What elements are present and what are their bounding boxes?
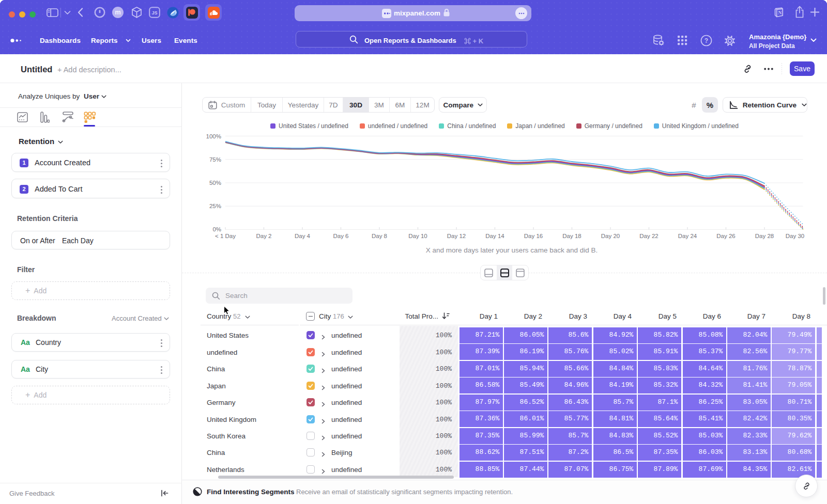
- svg-text:0%: 0%: [212, 226, 221, 232]
- svg-text:JS: JS: [151, 10, 157, 15]
- svg-text:?: ?: [705, 37, 708, 44]
- svg-text:100%: 100%: [206, 133, 221, 139]
- svg-text:Day 8: Day 8: [372, 233, 387, 239]
- svg-text:75%: 75%: [209, 156, 221, 163]
- svg-text:N: N: [778, 10, 782, 15]
- svg-text:< 1 Day: < 1 Day: [215, 233, 236, 239]
- svg-text:Day 30: Day 30: [786, 233, 804, 239]
- svg-text:Day 2: Day 2: [256, 233, 271, 239]
- svg-text:Day 22: Day 22: [639, 233, 658, 239]
- svg-text:50%: 50%: [209, 180, 221, 186]
- svg-text:Day 4: Day 4: [295, 233, 311, 239]
- svg-text:25%: 25%: [209, 203, 221, 209]
- svg-text:Day 26: Day 26: [716, 233, 735, 239]
- svg-text:Day 18: Day 18: [562, 233, 581, 239]
- svg-text:Day 20: Day 20: [601, 233, 620, 239]
- svg-text:Day 28: Day 28: [755, 233, 774, 239]
- svg-text:Day 24: Day 24: [678, 233, 697, 239]
- svg-text:Day 14: Day 14: [485, 233, 504, 239]
- svg-text:Day 12: Day 12: [447, 233, 466, 239]
- svg-text:Day 6: Day 6: [333, 233, 348, 239]
- svg-text:Day 16: Day 16: [524, 233, 543, 239]
- svg-text:Day 10: Day 10: [408, 233, 427, 239]
